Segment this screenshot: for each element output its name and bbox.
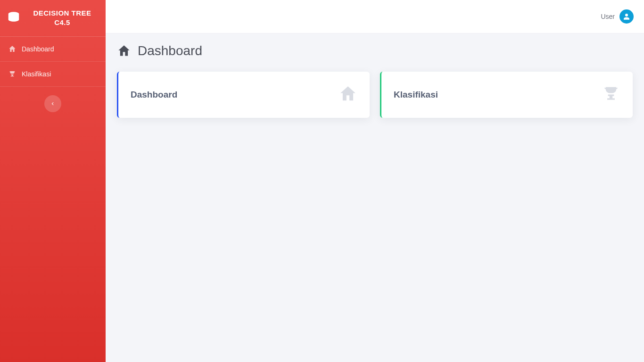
sidebar-item-label: Klasifikasi	[22, 70, 51, 78]
card-klasifikasi[interactable]: Klasifikasi	[380, 72, 633, 118]
brand[interactable]: DECISION TREE C4.5	[0, 0, 106, 37]
collapse-button[interactable]	[44, 95, 61, 112]
trophy-icon	[602, 85, 620, 105]
sidebar: DECISION TREE C4.5 Dashboard Klasifikasi	[0, 0, 106, 362]
card-title: Dashboard	[131, 90, 177, 100]
content: Dashboard Dashboard Klasifikasi	[106, 33, 644, 362]
user-menu[interactable]: User	[601, 9, 634, 24]
sidebar-item-klasifikasi[interactable]: Klasifikasi	[0, 62, 106, 87]
cards-row: Dashboard Klasifikasi	[117, 72, 633, 118]
card-dashboard[interactable]: Dashboard	[117, 72, 370, 118]
page-heading: Dashboard	[117, 43, 633, 58]
avatar	[619, 9, 634, 24]
brand-title: DECISION TREE C4.5	[25, 8, 99, 28]
user-label: User	[601, 13, 615, 20]
home-icon	[339, 85, 357, 105]
card-title: Klasifikasi	[394, 90, 438, 100]
home-icon	[117, 44, 131, 58]
user-icon	[622, 12, 631, 21]
trophy-icon	[8, 70, 16, 78]
sidebar-item-dashboard[interactable]: Dashboard	[0, 37, 106, 62]
database-icon	[7, 11, 21, 25]
collapse-wrap	[0, 87, 106, 121]
chevron-left-icon	[50, 100, 55, 107]
page-title: Dashboard	[138, 43, 202, 58]
home-icon	[8, 45, 16, 53]
sidebar-item-label: Dashboard	[22, 45, 54, 53]
main: User Dashboard Dashboard Klasifikasi	[106, 0, 644, 362]
topbar: User	[106, 0, 644, 33]
